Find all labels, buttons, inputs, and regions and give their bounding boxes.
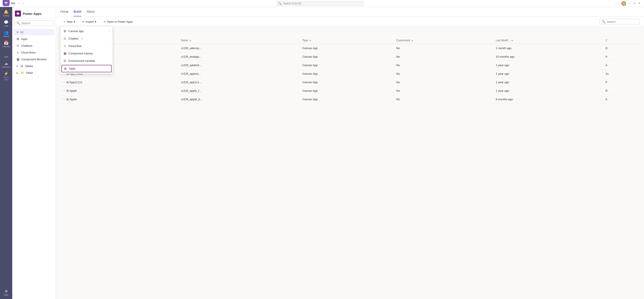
table-container: me ↑▾ Name ▾ Type ▾ [56, 37, 644, 103]
row-more-button[interactable]: ··· [62, 89, 66, 93]
dropdown-item-table[interactable]: ⊞ Table [62, 65, 112, 72]
sidebar-item-calls[interactable]: 📞 Calls [1, 50, 11, 59]
col-type[interactable]: Type ▾ [300, 37, 394, 44]
table-row[interactable]: ··· ⊞ cr229_testapp... Canvas App No 10 … [60, 52, 640, 61]
row-cell-icon: ··· ⊞ App11111 [60, 78, 178, 86]
calls-icon: 📞 [4, 51, 8, 55]
pa-nav: ≡ All ⊞ Apps ⊙ Chatbots ∿ Cloud flows ▦ … [12, 28, 56, 299]
toolbar-search-box[interactable]: 🔍 [599, 19, 640, 24]
sidebar-item-more[interactable]: ··· [1, 282, 11, 287]
pa-nav-item-all[interactable]: ≡ All [14, 29, 54, 35]
row-cell-last-modified: 1 year ago [493, 61, 603, 69]
maximize-button[interactable]: ☐ [633, 1, 636, 5]
nav-home[interactable]: Home [60, 7, 68, 16]
row-cell-icon: ··· ⊞ Appfs [60, 86, 178, 95]
row-cell-customized: No [394, 52, 493, 61]
teams-sidebar: 🔔 Activity 💬 Chat 👥 Teams 📅 Calendar 📞 C… [0, 7, 12, 299]
table-row[interactable]: ··· ⊞ Appfs cr229_appfs_f... Canvas App … [60, 86, 640, 95]
import-chevron-icon: ▾ [95, 20, 96, 23]
external-link-icon: ↗ [81, 37, 83, 40]
dropdown-item-component-library[interactable]: ▦ Component Library [60, 49, 112, 57]
sidebar-item-power-apps[interactable]: ⚡ Power Apps [1, 70, 11, 82]
title-bar-left: MS MS ‹ › [2, 0, 25, 8]
svg-marker-2 [16, 12, 19, 15]
col-customized[interactable]: Customized ▾ [394, 37, 493, 44]
avatar[interactable]: U [621, 1, 626, 6]
minimize-button[interactable]: — [628, 1, 632, 5]
sidebar-item-chat[interactable]: 💬 Chat [1, 19, 11, 28]
table-row[interactable]: ··· ⊞ Appte cr229_appte_b... Canvas App … [60, 95, 640, 103]
title-bar-search[interactable]: 🔍 Search (Ctrl+E) [276, 1, 364, 6]
pa-nav-item-cloud-flows[interactable]: ∿ Cloud flows [14, 49, 54, 56]
nav-build[interactable]: Build [74, 7, 81, 16]
pa-search-box[interactable]: 🔍 [14, 20, 54, 26]
toolbar-search-input[interactable] [607, 20, 637, 23]
sidebar-item-teams[interactable]: 👥 Teams [1, 29, 11, 39]
row-cell-name: cr229_appmo... [178, 69, 300, 78]
dropdown-item-cloud-flow[interactable]: ∿ Cloud flow › [60, 42, 112, 49]
row-cell-last-modified: 1 year ago [493, 78, 603, 86]
sidebar-item-activity[interactable]: 🔔 Activity [1, 9, 11, 18]
pa-search-input[interactable] [22, 22, 52, 25]
nav-forward-button[interactable]: › [22, 1, 25, 5]
import-button[interactable]: ↩ Import ▾ [80, 19, 99, 25]
other-icon: 📁 [20, 71, 24, 74]
new-dropdown-menu: ⊞ Canvas app › ⊙ Chatbot ↗ ∿ Cloud flo [60, 26, 113, 74]
pa-nav-item-other[interactable]: ▶ 📁 Other [14, 69, 54, 76]
row-cell-name: cr229_appte_b... [178, 95, 300, 103]
table-row[interactable]: ··· ⊞ App_mock cr229_appmo... Canvas App… [60, 69, 640, 78]
dropdown-item-environment-variable[interactable]: ⊟ Environment variable [60, 57, 112, 64]
pa-nav-item-tables[interactable]: ▶ ⊟ Tables [14, 63, 54, 69]
sidebar-item-calendar[interactable]: 📅 Calendar [1, 39, 11, 49]
nav-about[interactable]: About [86, 7, 94, 16]
pa-nav-item-component-libraries[interactable]: ▦ Component libraries [14, 56, 54, 62]
row-app-icon: ⊞ [66, 81, 69, 84]
open-power-apps-button[interactable]: ↗ Open in Power Apps [101, 19, 136, 25]
win-controls: — ☐ ✕ [628, 1, 642, 5]
title-bar-nav: ‹ › [17, 1, 25, 5]
col-name[interactable]: Name ▾ [178, 37, 300, 44]
close-button[interactable]: ✕ [638, 1, 642, 5]
toolbar-search-icon: 🔍 [602, 20, 605, 23]
new-button[interactable]: ＋ New ▾ [60, 18, 78, 25]
pa-title: Power Apps [23, 12, 42, 15]
row-cell-customized: No [394, 61, 493, 69]
col-last-modified[interactable]: Last Modif... ▾ [493, 37, 603, 44]
table-row[interactable]: ··· ⊞ App11111 cr229_app111... Canvas Ap… [60, 78, 640, 86]
other-arrow: ▶ [16, 72, 18, 74]
col-extra: C [603, 37, 640, 44]
row-cell-extra: Ju [603, 69, 640, 78]
more-options[interactable]: ··· [615, 1, 620, 5]
sidebar-item-apps[interactable]: ⊕ Apps [1, 288, 11, 297]
table-icon: ⊞ [64, 67, 67, 70]
row-more-button[interactable]: ··· [62, 97, 66, 101]
toolbar: ＋ New ▾ ↩ Import ▾ ↗ Open in Power Apps … [56, 16, 644, 27]
open-icon: ↗ [103, 20, 106, 23]
row-cell-customized: No [394, 86, 493, 95]
row-cell-type: Canvas App [300, 44, 394, 52]
dropdown-item-chatbot[interactable]: ⊙ Chatbot ↗ [60, 35, 112, 42]
row-cell-type: Canvas App [300, 61, 394, 69]
nav-back-button[interactable]: ‹ [17, 1, 20, 5]
table-row[interactable]: ··· ⊞ cr229_adenny... Canvas App No 1 mo… [60, 44, 640, 52]
cloud-flow-arrow: › [109, 45, 110, 47]
title-bar-right: ··· U — ☐ ✕ [615, 1, 642, 6]
pa-nav-item-chatbots[interactable]: ⊙ Chatbots [14, 42, 54, 49]
row-more-button[interactable]: ··· [62, 80, 66, 84]
pa-nav-item-apps[interactable]: ⊞ Apps [14, 36, 54, 42]
dropdown-item-canvas-app[interactable]: ⊞ Canvas app › [60, 27, 112, 35]
cloud-flow-icon: ∿ [64, 44, 66, 48]
table-row[interactable]: ··· ⊞ Test cr229_adobint... Canvas App N… [60, 61, 640, 69]
row-cell-name: cr229_appfs_f... [178, 86, 300, 95]
calendar-icon: 📅 [4, 41, 8, 45]
sort-icon-customized: ▾ [412, 39, 413, 42]
chatbots-icon: ⊙ [16, 44, 19, 47]
env-variable-icon: ⊟ [64, 59, 66, 62]
power-apps-icon: ⚡ [4, 72, 8, 76]
component-library-icon: ▦ [64, 51, 66, 55]
sidebar-item-onedrive[interactable]: ☁ OneDrive [1, 60, 11, 69]
component-libraries-icon: ▦ [16, 57, 20, 61]
row-cell-last-modified: 10 months ago [493, 52, 603, 61]
chatbot-icon: ⊙ [64, 37, 66, 40]
row-cell-extra: A [603, 61, 640, 69]
